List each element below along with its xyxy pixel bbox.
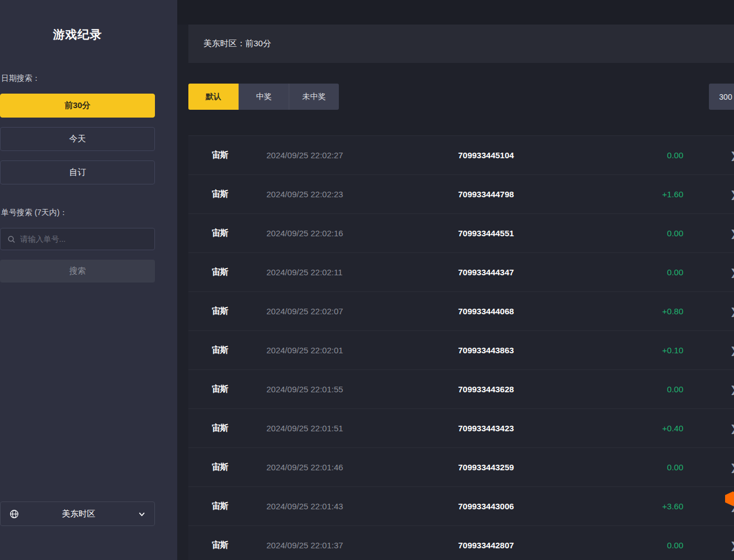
order-number: 709933445104 [458,150,625,160]
chevron-right-icon[interactable]: ❯ [730,539,734,551]
game-name: 宙斯 [188,267,266,277]
records-table: 宙斯2024/09/25 22:02:277099334451040.00❯宙斯… [188,135,734,560]
chevron-down-icon [138,510,145,518]
amount: 0.00 [625,462,734,472]
sidebar: 游戏纪录 日期搜索： 前30分 今天 自订 单号搜索 (7天内)： 搜索 美东时… [0,0,177,560]
chevron-right-icon[interactable]: ❯ [730,344,734,356]
chevron-right-icon[interactable]: ❯ [730,305,734,317]
tab-win[interactable]: 中奖 [239,84,289,110]
amount: +1.60 [625,189,734,199]
filter-tabs: 默认 中奖 未中奖 [188,84,339,110]
game-name: 宙斯 [188,306,266,316]
game-name: 宙斯 [188,189,266,199]
order-search-box [0,228,155,250]
order-number: 709933443006 [458,501,625,511]
game-name: 宙斯 [188,501,266,512]
record-time: 2024/09/25 22:02:07 [266,306,458,316]
order-number: 709933444798 [458,189,625,199]
game-name: 宙斯 [188,150,266,160]
order-number: 709933443423 [458,423,625,433]
record-time: 2024/09/25 22:02:11 [266,267,458,277]
game-name: 宙斯 [188,384,266,395]
order-search-input[interactable] [20,235,148,244]
amount: 0.00 [625,384,734,394]
date-search-label: 日期搜索： [0,74,155,84]
tab-default[interactable]: 默认 [188,84,239,110]
date-filter-custom[interactable]: 自订 [0,160,155,184]
order-number: 709933444347 [458,267,625,277]
amount: +0.80 [625,306,734,316]
amount: +0.40 [625,423,734,433]
top-band [177,0,734,25]
table-row[interactable]: 宙斯2024/09/25 22:02:277099334451040.00❯ [188,135,734,174]
game-name: 宙斯 [188,345,266,356]
record-time: 2024/09/25 22:01:55 [266,384,458,394]
timezone-selector[interactable]: 美东时区 [0,501,155,526]
table-row[interactable]: 宙斯2024/09/25 22:02:01709933443863+0.10❯ [188,330,734,369]
chevron-right-icon[interactable]: ❯ [730,266,734,278]
date-filter-last30min[interactable]: 前30分 [0,94,155,118]
order-number: 709933442807 [458,540,625,550]
chevron-right-icon[interactable]: ❯ [730,422,734,434]
search-icon [7,235,16,244]
chevron-right-icon[interactable]: ❯ [730,188,734,200]
table-row[interactable]: 宙斯2024/09/25 22:01:557099334436280.00❯ [188,369,734,408]
game-name: 宙斯 [188,540,266,551]
amount: 0.00 [625,540,734,550]
table-row[interactable]: 宙斯2024/09/25 22:02:23709933444798+1.60❯ [188,174,734,213]
filter-tabs-row: 默认 中奖 未中奖 300 [188,84,734,110]
page-size-button[interactable]: 300 [709,84,734,110]
chevron-right-icon[interactable]: ❯ [730,461,734,473]
record-time: 2024/09/25 22:02:27 [266,150,458,160]
search-button[interactable]: 搜索 [0,260,155,283]
globe-icon [9,509,19,519]
header-bar: 美东时区：前30分 [188,25,734,63]
amount: +0.10 [625,345,734,355]
table-row[interactable]: 宙斯2024/09/25 22:02:117099334443470.00❯ [188,252,734,291]
record-time: 2024/09/25 22:02:16 [266,228,458,238]
game-name: 宙斯 [188,423,266,434]
record-time: 2024/09/25 22:01:43 [266,501,458,511]
chevron-right-icon[interactable]: ❯ [730,227,734,239]
header-title: 美东时区：前30分 [203,38,271,49]
chevron-right-icon[interactable]: ❯ [730,149,734,161]
table-row[interactable]: 宙斯2024/09/25 22:01:377099334428070.00❯ [188,525,734,560]
record-time: 2024/09/25 22:02:01 [266,345,458,355]
order-number: 709933444551 [458,228,625,238]
amount: 0.00 [625,228,734,238]
tab-no-win[interactable]: 未中奖 [289,84,339,110]
amount: 0.00 [625,267,734,277]
order-number: 709933443628 [458,384,625,394]
timezone-label: 美东时区 [19,509,138,519]
order-search-label: 单号搜索 (7天内)： [0,208,155,218]
date-filter-today[interactable]: 今天 [0,127,155,151]
record-time: 2024/09/25 22:02:23 [266,189,458,199]
record-time: 2024/09/25 22:01:37 [266,540,458,550]
order-number: 709933443863 [458,345,625,355]
amount: 0.00 [625,150,734,160]
main-content: 美东时区：前30分 默认 中奖 未中奖 300 宙斯2024/09/25 22:… [177,0,734,560]
game-name: 宙斯 [188,228,266,238]
page-title: 游戏纪录 [0,27,155,42]
order-number: 709933444068 [458,306,625,316]
table-row[interactable]: 宙斯2024/09/25 22:01:51709933443423+0.40❯ [188,408,734,447]
table-row[interactable]: 宙斯2024/09/25 22:02:07709933444068+0.80❯ [188,291,734,330]
table-row[interactable]: 宙斯2024/09/25 22:02:167099334445510.00❯ [188,213,734,252]
record-time: 2024/09/25 22:01:46 [266,462,458,472]
game-name: 宙斯 [188,462,266,473]
amount: +3.60 [625,501,734,511]
record-time: 2024/09/25 22:01:51 [266,423,458,433]
chevron-right-icon[interactable]: ❯ [730,383,734,395]
table-row[interactable]: 宙斯2024/09/25 22:01:467099334432590.00❯ [188,447,734,486]
order-number: 709933443259 [458,462,625,472]
table-row[interactable]: 宙斯2024/09/25 22:01:43709933443006+3.60❯ [188,486,734,525]
